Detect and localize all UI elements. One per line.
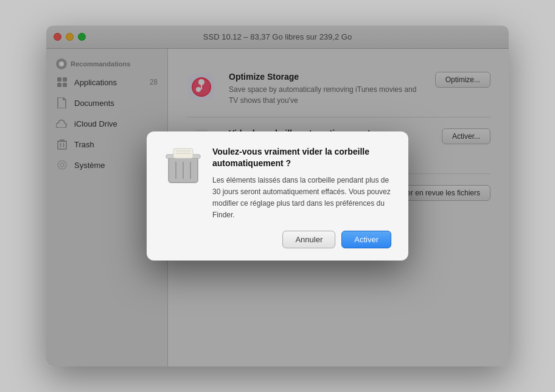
modal-header: Voulez-vous vraiment vider la corbeille … [164,146,391,222]
cancel-button[interactable]: Annuler [282,231,335,248]
modal-description: Les éléments laissés dans la corbeille p… [212,175,391,222]
modal-overlay: Voulez-vous vraiment vider la corbeille … [46,26,509,366]
modal-title-area: Voulez-vous vraiment vider la corbeille … [212,146,391,222]
activate-button[interactable]: Activer [341,231,391,248]
main-window: SSD 10.12 – 83,37 Go libres sur 239,2 Go… [46,26,509,366]
modal-dialog: Voulez-vous vraiment vider la corbeille … [147,131,408,261]
modal-title: Voulez-vous vraiment vider la corbeille … [212,146,391,170]
modal-buttons: Annuler Activer [164,231,391,248]
modal-trash-icon [164,146,203,185]
